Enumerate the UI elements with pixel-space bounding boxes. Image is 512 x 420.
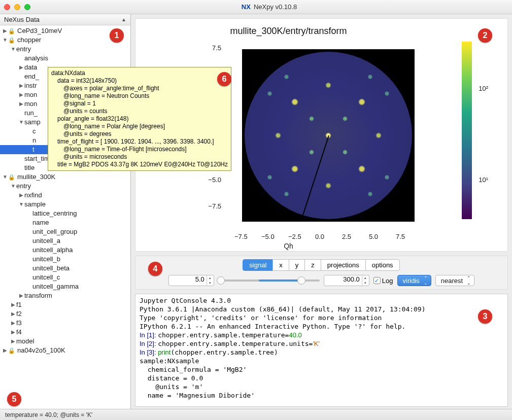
disclosure-icon[interactable]: ▶ xyxy=(2,346,8,355)
disclosure-icon[interactable]: ▶ xyxy=(10,328,16,337)
tree-node[interactable]: analysis xyxy=(0,54,130,63)
stepper-icon[interactable]: ▴▾ xyxy=(207,275,214,286)
disclosure-icon[interactable]: ▼ xyxy=(10,182,16,191)
tree-node[interactable]: unitcell_gamma xyxy=(0,282,130,291)
disclosure-icon[interactable]: ▶ xyxy=(10,309,16,319)
tree-node[interactable]: ▶transform xyxy=(0,291,130,300)
tree-node[interactable]: ▶f1 xyxy=(0,300,130,309)
disclosure-icon[interactable]: ▶ xyxy=(10,319,16,328)
x-tick: 7.5 xyxy=(396,233,405,240)
tree-node-label: n xyxy=(32,136,36,145)
tree-node-label: mullite_300K xyxy=(17,172,55,182)
tree-node[interactable]: unitcell_a xyxy=(0,236,130,246)
zoom-window-icon[interactable] xyxy=(24,4,30,10)
tree-node[interactable]: lattice_centring xyxy=(0,209,130,218)
tree-node[interactable]: ▶f3 xyxy=(0,319,130,328)
tree-node[interactable]: ▼🔒mullite_300K xyxy=(0,172,130,182)
tree-node-label: samp xyxy=(24,118,41,127)
status-bar: temperature = 40.0; @units = 'K' xyxy=(0,409,512,420)
y-tick: −7.5 xyxy=(201,202,221,210)
colorbar xyxy=(462,42,472,219)
tree-node[interactable]: unitcell_alpha xyxy=(0,246,130,255)
tree-node-label: instr xyxy=(24,81,37,90)
lock-icon: 🔒 xyxy=(8,172,15,182)
tree-header[interactable]: NeXus Data ▲ xyxy=(0,14,130,25)
disclosure-icon[interactable]: ▶ xyxy=(18,291,24,300)
tree-node-label: mon xyxy=(24,90,37,99)
slider-thumb-max[interactable] xyxy=(297,276,305,285)
ipython-console[interactable]: Jupyter QtConsole 4.3.0 Python 3.6.1 |An… xyxy=(135,294,508,407)
disclosure-icon[interactable]: ▼ xyxy=(18,200,24,209)
checkbox-icon: ✓ xyxy=(373,277,381,284)
tab-y[interactable]: y xyxy=(289,259,305,271)
tree-node-label: transform xyxy=(24,291,52,300)
tab-bar: signalxyzprojectionsoptions xyxy=(142,259,501,271)
disclosure-icon[interactable]: ▼ xyxy=(10,45,16,54)
tree-node[interactable]: ▼entry xyxy=(0,182,130,191)
tree-node-label: unitcell_b xyxy=(32,255,60,264)
x-tick: 2.5 xyxy=(342,233,351,240)
tree-node-label: chopper xyxy=(17,36,41,45)
tree-node-label: unit_cell_group xyxy=(32,227,77,236)
tree-node[interactable]: unitcell_c xyxy=(0,273,130,282)
tree-node-label: unitcell_gamma xyxy=(32,282,79,291)
tree-node[interactable]: ▼entry xyxy=(0,45,130,54)
minimize-window-icon[interactable] xyxy=(14,4,20,10)
tree-node[interactable]: ▶f2 xyxy=(0,309,130,319)
disclosure-icon[interactable]: ▼ xyxy=(2,172,8,182)
disclosure-icon[interactable]: ▶ xyxy=(18,191,24,200)
disclosure-icon[interactable]: ▶ xyxy=(2,26,8,36)
slider-thumb-min[interactable] xyxy=(217,276,225,285)
tree-node[interactable]: name xyxy=(0,218,130,227)
lock-icon: 🔒 xyxy=(8,346,15,355)
vmin-input[interactable]: 5.0 ▴▾ xyxy=(168,275,214,286)
tree-node-label: unitcell_alpha xyxy=(32,246,73,255)
lock-icon: 🔒 xyxy=(8,36,15,45)
tree-node[interactable]: ▶f4 xyxy=(0,328,130,337)
stepper-icon[interactable]: ▴▾ xyxy=(362,275,369,286)
collapse-icon[interactable]: ▲ xyxy=(121,17,126,22)
disclosure-icon[interactable]: ▼ xyxy=(18,118,24,127)
vmax-input[interactable]: 300.0 ▴▾ xyxy=(324,275,369,286)
annotation-4: 4 xyxy=(148,262,162,276)
close-window-icon[interactable] xyxy=(4,4,10,10)
annotation-1: 1 xyxy=(110,28,124,43)
tree-node[interactable]: ▼sample xyxy=(0,200,130,209)
tree-node[interactable]: unitcell_b xyxy=(0,255,130,264)
tab-z[interactable]: z xyxy=(304,259,321,271)
tree-node[interactable]: unitcell_beta xyxy=(0,264,130,273)
plot-controls: signalxyzprojectionsoptions 5.0 ▴▾ 300.0… xyxy=(135,256,508,290)
tree-node[interactable]: ▶model xyxy=(0,337,130,346)
tree-node[interactable]: unit_cell_group xyxy=(0,227,130,236)
log-checkbox[interactable]: ✓ Log xyxy=(373,277,393,285)
tab-projections[interactable]: projections xyxy=(321,259,366,271)
disclosure-icon[interactable]: ▶ xyxy=(18,90,24,99)
tree-node-label: unitcell_a xyxy=(32,236,60,246)
tab-signal[interactable]: signal xyxy=(243,259,273,271)
tree-node[interactable]: ▶🔒na04v2o5_100K xyxy=(0,346,130,355)
colorbar-tick: 10² xyxy=(479,85,488,92)
colormap-select[interactable]: viridis xyxy=(397,275,431,286)
x-tick: 5.0 xyxy=(369,233,378,240)
annotation-3: 3 xyxy=(478,309,492,324)
tab-x[interactable]: x xyxy=(272,259,289,271)
app-logo-icon: NX xyxy=(242,3,251,11)
tab-options[interactable]: options xyxy=(365,259,400,271)
disclosure-icon[interactable]: ▶ xyxy=(10,337,16,346)
x-tick: −7.5 xyxy=(234,233,248,240)
interpolation-select[interactable]: nearest xyxy=(435,275,474,286)
range-slider[interactable] xyxy=(218,279,320,282)
disclosure-icon[interactable]: ▶ xyxy=(18,99,24,109)
window-controls xyxy=(4,4,30,10)
annotation-6: 6 xyxy=(217,72,231,86)
diffraction-image xyxy=(245,52,412,219)
disclosure-icon[interactable]: ▼ xyxy=(2,36,8,45)
tree-node-label: nxfind xyxy=(24,191,42,200)
tree-header-label: NeXus Data xyxy=(4,16,40,23)
annotation-5: 5 xyxy=(7,392,21,406)
disclosure-icon[interactable]: ▶ xyxy=(10,300,16,309)
tree-node-label: CePd3_10meV xyxy=(17,26,62,36)
disclosure-icon[interactable]: ▶ xyxy=(18,81,24,90)
disclosure-icon[interactable]: ▶ xyxy=(18,63,24,72)
tree-node[interactable]: ▶nxfind xyxy=(0,191,130,200)
